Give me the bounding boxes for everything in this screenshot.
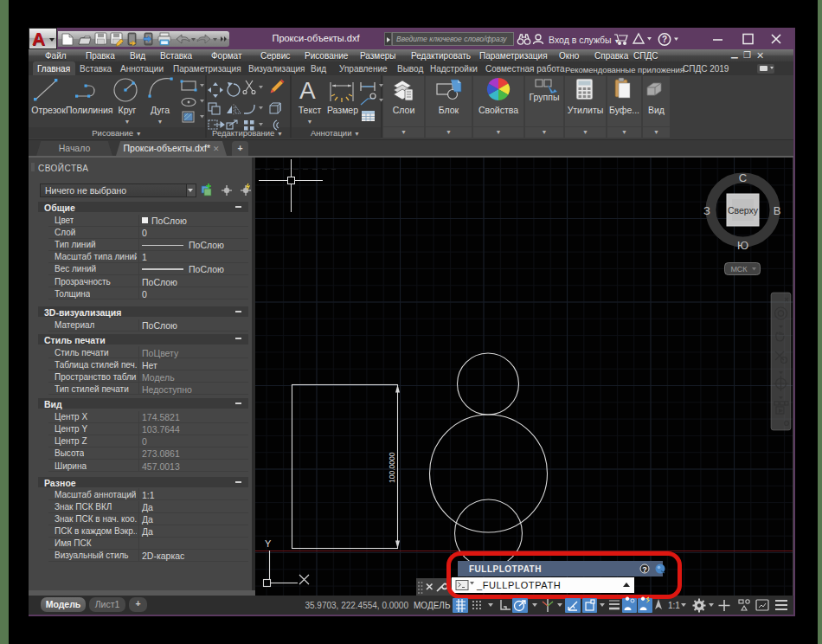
svg-text:С: С [739,171,747,184]
svg-text:?: ? [662,35,667,44]
svg-text:Y: Y [265,538,272,549]
svg-text:1:1: 1:1 [668,601,680,610]
svg-text:З: З [703,204,710,217]
svg-text:В: В [774,204,781,217]
svg-text:Ю: Ю [737,239,748,252]
svg-text:МСК: МСК [730,265,748,274]
svg-text:A: A [299,77,316,104]
svg-text:100.0000: 100.0000 [388,452,396,483]
svg-text:Сверху: Сверху [728,205,759,216]
